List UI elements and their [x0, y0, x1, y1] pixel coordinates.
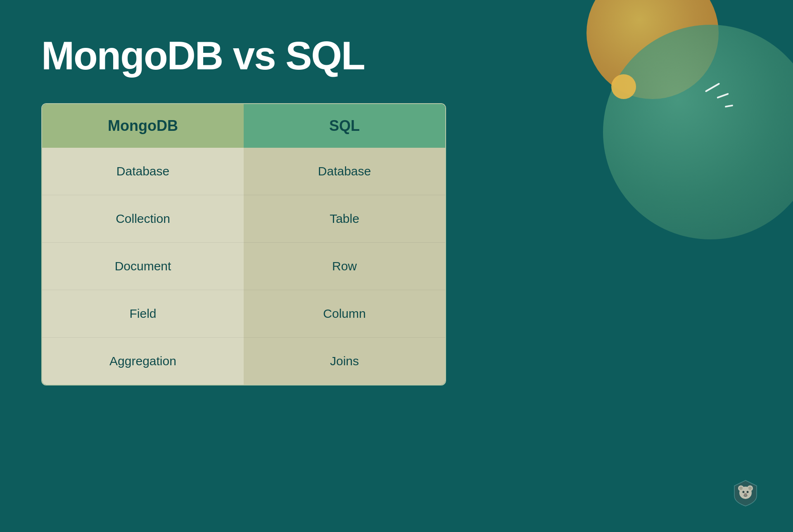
- mongodb-row-5: Aggregation: [42, 338, 244, 385]
- sql-row-2: Table: [244, 195, 445, 243]
- table-header: MongoDB SQL: [42, 104, 445, 148]
- svg-point-7: [744, 493, 747, 496]
- sql-row-5: Joins: [244, 338, 445, 385]
- comparison-table: MongoDB SQL Database Collection Document…: [41, 103, 446, 385]
- svg-point-6: [747, 491, 749, 493]
- sql-row-4: Column: [244, 290, 445, 338]
- page-title: MongoDB vs SQL: [41, 33, 752, 78]
- svg-point-4: [748, 487, 752, 490]
- header-sql: SQL: [244, 104, 445, 148]
- sql-row-1: Database: [244, 148, 445, 195]
- svg-point-5: [743, 491, 745, 493]
- mongodb-row-4: Field: [42, 290, 244, 338]
- header-mongodb: MongoDB: [42, 104, 244, 148]
- table-body: Database Collection Document Field Aggre…: [42, 148, 445, 385]
- svg-point-3: [739, 487, 743, 490]
- mongodb-row-1: Database: [42, 148, 244, 195]
- sql-row-3: Row: [244, 243, 445, 290]
- mongodb-column: Database Collection Document Field Aggre…: [42, 148, 244, 385]
- mongodb-row-3: Document: [42, 243, 244, 290]
- mongodb-row-2: Collection: [42, 195, 244, 243]
- bear-logo-icon: [731, 478, 760, 507]
- sql-column: Database Table Row Column Joins: [244, 148, 445, 385]
- main-content: MongoDB vs SQL MongoDB SQL Database Coll…: [41, 33, 752, 385]
